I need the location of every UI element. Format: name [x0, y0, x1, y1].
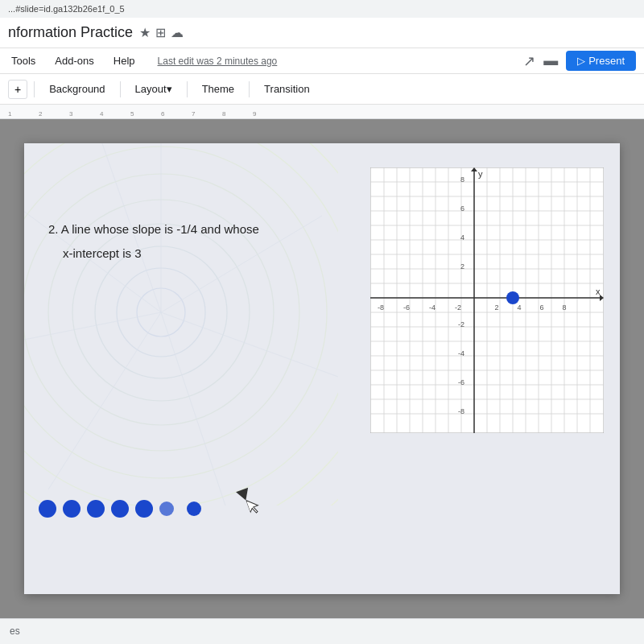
svg-text:4: 4 — [517, 303, 521, 312]
svg-text:6: 6 — [460, 204, 464, 213]
slide-content: 2. A line whose slope is -1/4 and whose … — [24, 143, 620, 594]
problem-line-1: 2. A line whose slope is -1/4 and whose — [48, 220, 259, 239]
svg-text:-6: -6 — [458, 378, 464, 386]
toolbar-divider-1 — [34, 81, 35, 97]
theme-button[interactable]: Theme — [194, 80, 242, 98]
ruler-mark: 6 — [161, 110, 192, 118]
svg-text:-2: -2 — [458, 320, 464, 328]
dot-6 — [159, 502, 174, 516]
folder-icon[interactable]: ⊞ — [155, 25, 166, 40]
svg-text:8: 8 — [562, 303, 566, 312]
dot-1 — [39, 500, 56, 518]
transition-button[interactable]: Transition — [256, 80, 318, 98]
svg-text:6: 6 — [539, 303, 543, 312]
title-icons: ★ ⊞ ☁ — [139, 25, 184, 40]
toolbar-divider-4 — [249, 81, 250, 97]
x-axis-label: x — [596, 287, 601, 296]
svg-marker-74 — [246, 497, 260, 514]
graph-container[interactable]: x y -8 -6 -4 -2 2 4 6 8 8 6 4 2 — [370, 167, 604, 433]
dot-2 — [63, 500, 80, 518]
menu-right-area: ↗ ▬ ▷ Present — [523, 51, 636, 71]
toolbar: + Background Layout▾ Theme Transition — [0, 74, 644, 105]
svg-text:-6: -6 — [403, 303, 410, 312]
toolbar-divider-3 — [187, 81, 188, 97]
coordinate-graph: x y -8 -6 -4 -2 2 4 6 8 8 6 4 2 — [370, 167, 604, 433]
toolbar-divider-2 — [120, 81, 121, 97]
ruler-marks: 1 2 3 4 5 6 7 8 9 — [8, 105, 283, 118]
ruler-mark: 7 — [192, 110, 222, 118]
present-button[interactable]: ▷ Present — [566, 51, 636, 71]
svg-text:2: 2 — [494, 303, 498, 312]
dot-5 — [135, 500, 153, 518]
x-intercept-point — [506, 291, 519, 304]
document-title: nformation Practice — [8, 24, 133, 41]
slide-area: 2. A line whose slope is -1/4 and whose … — [0, 119, 644, 618]
layout-arrow-icon: ▾ — [167, 83, 172, 95]
bottom-bar: es — [0, 618, 644, 642]
svg-text:-8: -8 — [378, 303, 384, 312]
problem-line-2: x-intercept is 3 — [63, 244, 259, 263]
problem-text: 2. A line whose slope is -1/4 and whose … — [48, 220, 259, 263]
ruler-mark: 5 — [130, 110, 161, 118]
svg-text:4: 4 — [460, 233, 464, 242]
dot-4 — [111, 500, 129, 518]
present-label: Present — [588, 55, 625, 67]
ruler-mark: 3 — [69, 110, 100, 118]
url-bar: ...#slide=id.ga132b26e1f_0_5 — [0, 0, 644, 18]
svg-text:-8: -8 — [458, 407, 464, 415]
last-edit-label: Last edit was 2 minutes ago — [158, 56, 278, 67]
menu-tools[interactable]: Tools — [8, 53, 39, 68]
add-slide-button[interactable]: + — [8, 80, 27, 99]
url-text: ...#slide=id.ga132b26e1f_0_5 — [8, 4, 125, 14]
svg-text:-4: -4 — [429, 303, 436, 312]
svg-text:-4: -4 — [458, 349, 464, 357]
cloud-icon: ☁ — [171, 25, 184, 40]
dot-7 — [187, 502, 201, 516]
ruler: 1 2 3 4 5 6 7 8 9 — [0, 105, 644, 119]
dot-3 — [87, 500, 105, 518]
activity-icon[interactable]: ↗ — [523, 52, 535, 70]
ruler-mark: 2 — [39, 110, 69, 118]
present-play-icon: ▷ — [577, 55, 585, 67]
ruler-mark: 9 — [253, 110, 283, 118]
ruler-mark: 1 — [8, 110, 39, 118]
y-axis-label: y — [478, 169, 483, 179]
svg-text:-2: -2 — [455, 303, 461, 312]
menu-bar: Tools Add-ons Help Last edit was 2 minut… — [0, 48, 644, 74]
dots-row — [39, 500, 201, 518]
menu-help[interactable]: Help — [110, 53, 138, 68]
star-icon[interactable]: ★ — [139, 25, 151, 40]
mouse-cursor — [236, 488, 252, 503]
svg-text:2: 2 — [460, 262, 464, 270]
comment-icon[interactable]: ▬ — [543, 52, 558, 69]
ruler-mark: 8 — [222, 110, 253, 118]
menu-addons[interactable]: Add-ons — [52, 53, 97, 68]
layout-label: Layout — [135, 83, 167, 95]
title-bar: nformation Practice ★ ⊞ ☁ — [0, 18, 644, 48]
bottom-text: es — [10, 625, 20, 637]
slide[interactable]: 2. A line whose slope is -1/4 and whose … — [24, 143, 620, 594]
background-button[interactable]: Background — [41, 80, 113, 98]
svg-text:8: 8 — [460, 175, 464, 184]
ruler-mark: 4 — [100, 110, 130, 118]
layout-button[interactable]: Layout▾ — [127, 80, 180, 98]
